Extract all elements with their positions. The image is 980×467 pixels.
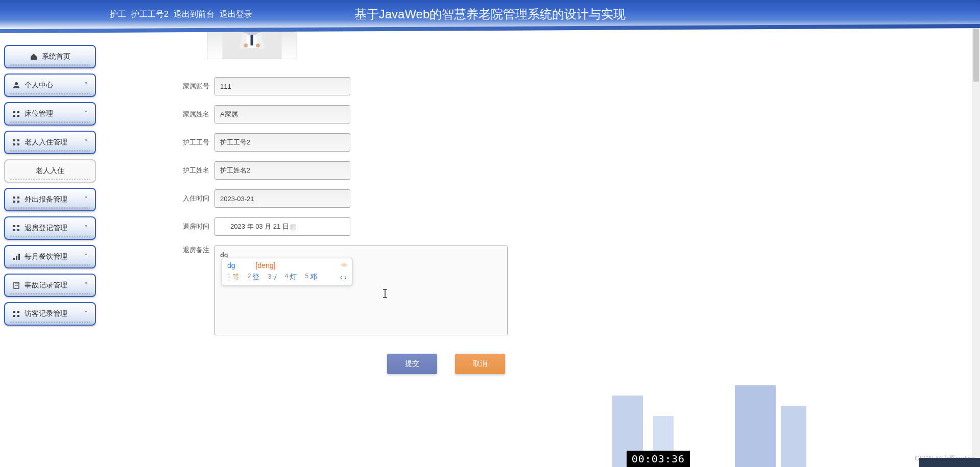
svg-rect-5 — [13, 139, 15, 141]
sidebar-item-label: 外出报备管理 — [25, 195, 67, 204]
checkin-time-input[interactable] — [214, 189, 350, 208]
sidebar-item-label: 个人中心 — [25, 81, 53, 90]
sidebar-item-profile[interactable]: 个人中心˅ — [4, 73, 96, 97]
ime-candidate-3[interactable]: 3√ — [268, 273, 276, 281]
nurse-name-input[interactable] — [214, 161, 350, 180]
sidebar-item-bed[interactable]: 床位管理˅ — [4, 102, 96, 126]
sidebar-item-label: 系统首页 — [42, 52, 70, 61]
page-title: 基于JavaWeb的智慧养老院管理系统的设计与实现 — [354, 6, 626, 22]
sidebar-item-label: 老人入住管理 — [25, 138, 67, 147]
content-area: 家属账号 家属姓名 护工工号 护工姓名 入住时间 退房时间 ▦ 退房备注 — [102, 29, 980, 467]
sidebar-item-checkout[interactable]: 退房登记管理˅ — [4, 216, 96, 240]
checkout-time-label: 退房时间 — [174, 222, 209, 231]
sidebar-item-label: 老人入住 — [36, 166, 64, 176]
submit-button[interactable]: 提交 — [387, 354, 437, 374]
svg-rect-24 — [17, 311, 19, 313]
grid-icon — [12, 138, 20, 146]
bars-icon — [12, 253, 20, 261]
svg-point-32 — [244, 43, 248, 47]
vertical-scrollbar[interactable] — [972, 0, 980, 467]
home-icon — [30, 53, 38, 61]
svg-rect-1 — [13, 111, 15, 113]
recording-timer: 00:03:36 — [627, 451, 690, 467]
chevron-down-icon: ˅ — [84, 138, 88, 146]
form: 家属账号 家属姓名 护工工号 护工姓名 入住时间 退房时间 ▦ 退房备注 — [102, 77, 980, 337]
sidebar-item-accident[interactable]: 事故记录管理˅ — [4, 274, 96, 297]
sidebar-item-outing[interactable]: 外出报备管理˅ — [4, 188, 96, 211]
person-icon — [12, 81, 20, 89]
taskbar-trayshadow — [919, 458, 980, 467]
svg-rect-11 — [13, 201, 15, 203]
svg-rect-4 — [17, 115, 19, 117]
ime-next[interactable]: › — [344, 273, 347, 281]
ime-input-text: dg — [227, 261, 235, 269]
svg-rect-16 — [17, 229, 19, 231]
svg-rect-26 — [17, 315, 19, 317]
top-header: 护工 护工工号2 退出到前台 退出登录 基于JavaWeb的智慧养老院管理系统的… — [0, 0, 980, 29]
chevron-down-icon: ˅ — [84, 110, 88, 118]
sidebar-item-label: 每月餐饮管理 — [25, 252, 67, 261]
svg-rect-15 — [13, 229, 15, 231]
doc-icon — [12, 281, 20, 289]
family-account-input[interactable] — [214, 77, 350, 95]
nurse-id-label: 护工工号 — [174, 138, 209, 147]
svg-rect-8 — [17, 143, 19, 145]
chevron-down-icon: ˅ — [84, 253, 88, 261]
checkout-note-label: 退房备注 — [174, 245, 209, 255]
sidebar-item-label: 访客记录管理 — [25, 309, 67, 318]
profile-photo — [207, 29, 297, 59]
svg-rect-12 — [17, 201, 19, 203]
svg-rect-23 — [13, 311, 15, 313]
ime-candidate-5[interactable]: 5邓 — [305, 273, 317, 282]
svg-rect-19 — [18, 254, 20, 260]
logout-link[interactable]: 退出登录 — [220, 9, 252, 20]
grid-icon — [12, 224, 20, 232]
family-name-label: 家属姓名 — [174, 110, 209, 119]
ime-popup: dg [deng] 1等2登3√4灯5邓‹› — [222, 258, 352, 285]
ime-pinyin-text: [deng] — [256, 261, 276, 269]
chevron-down-icon: ˅ — [84, 224, 88, 232]
grid-icon — [12, 195, 20, 204]
checkout-time-input[interactable] — [214, 217, 350, 236]
family-name-input[interactable] — [214, 105, 350, 124]
text-cursor-icon — [381, 288, 389, 299]
chevron-down-icon: ˅ — [84, 81, 88, 89]
sidebar: 系统首页个人中心˅床位管理˅老人入住管理˅老人入住外出报备管理˅退房登记管理˅每… — [4, 45, 96, 326]
sidebar-item-label: 事故记录管理 — [25, 281, 67, 290]
ime-prev[interactable]: ‹ — [340, 273, 343, 281]
svg-rect-36 — [735, 385, 776, 467]
nurse-id-input[interactable] — [214, 133, 350, 152]
svg-rect-7 — [13, 143, 15, 145]
ime-candidates: 1等2登3√4灯5邓‹› — [227, 273, 347, 282]
svg-rect-37 — [781, 406, 806, 467]
grid-icon — [12, 310, 20, 318]
sidebar-item-checkin-sub[interactable]: 老人入住 — [4, 159, 96, 183]
sidebar-item-label: 床位管理 — [25, 109, 53, 118]
sidebar-item-meal[interactable]: 每月餐饮管理˅ — [4, 245, 96, 268]
cancel-button[interactable]: 取消 — [455, 354, 505, 374]
svg-rect-17 — [13, 258, 15, 260]
svg-rect-3 — [13, 115, 15, 117]
ime-candidate-1[interactable]: 1等 — [227, 273, 240, 282]
sidebar-item-visitor[interactable]: 访客记录管理˅ — [4, 302, 96, 326]
ime-candidate-4[interactable]: 4灯 — [285, 273, 297, 282]
user-role[interactable]: 护工 — [110, 9, 126, 20]
sidebar-item-checkin[interactable]: 老人入住管理˅ — [4, 131, 96, 154]
chevron-down-icon: ˅ — [84, 195, 88, 204]
sidebar-item-home[interactable]: 系统首页 — [4, 45, 96, 68]
chevron-down-icon: ˅ — [84, 310, 88, 318]
ime-logo-icon — [340, 260, 349, 269]
nurse-name-label: 护工姓名 — [174, 166, 209, 175]
svg-rect-18 — [16, 256, 17, 260]
family-account-label: 家属账号 — [174, 82, 209, 91]
svg-point-33 — [256, 43, 260, 47]
logout-front-link[interactable]: 退出到前台 — [174, 9, 214, 20]
user-id[interactable]: 护工工号2 — [131, 9, 169, 20]
svg-rect-25 — [13, 315, 15, 317]
svg-point-0 — [15, 82, 18, 85]
svg-rect-2 — [17, 111, 19, 113]
svg-rect-9 — [13, 196, 15, 199]
ime-candidate-2[interactable]: 2登 — [248, 273, 260, 282]
svg-rect-14 — [17, 225, 19, 227]
checkin-time-label: 入住时间 — [174, 194, 209, 203]
